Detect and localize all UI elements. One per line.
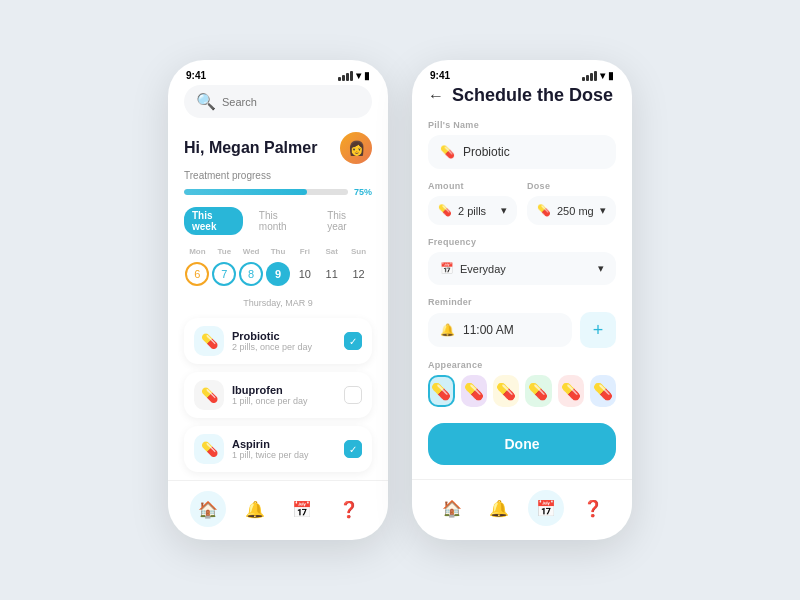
appearance-opt-5[interactable]: 💊: [558, 375, 584, 407]
cal-day-fri: Fri: [291, 247, 318, 256]
tab-this-month[interactable]: This month: [251, 207, 311, 235]
right-phone: 9:41 ▾ ▮ ← Schedule the Dose Pill's Name…: [412, 60, 632, 540]
ibuprofen-sub: 1 pill, once per day: [232, 396, 336, 406]
nav-calendar-left[interactable]: 📅: [284, 491, 320, 527]
cal-date-9[interactable]: 9: [266, 262, 290, 286]
time-left: 9:41: [186, 70, 206, 81]
treatment-label: Treatment progress: [184, 170, 372, 181]
probiotic-checkbox[interactable]: ✓: [344, 332, 362, 350]
cal-day-sun: Sun: [345, 247, 372, 256]
avatar: 👩: [340, 132, 372, 164]
home-icon-left: 🏠: [190, 491, 226, 527]
pill-name-field[interactable]: 💊: [428, 135, 616, 169]
back-row: ← Schedule the Dose: [428, 85, 616, 106]
amount-inner: 💊 2 pills: [438, 204, 486, 217]
cal-date-12[interactable]: 12: [347, 262, 371, 286]
reminder-row: 🔔 11:00 AM +: [428, 312, 616, 348]
done-button[interactable]: Done: [428, 423, 616, 465]
pill-name-icon: 💊: [440, 145, 455, 159]
reminder-bell-icon: 🔔: [440, 323, 455, 337]
wifi-icon-right: ▾: [600, 70, 605, 81]
search-bar[interactable]: 🔍: [184, 85, 372, 118]
dose-section: Dose 💊 250 mg ▾: [527, 181, 616, 225]
nav-home-left[interactable]: 🏠: [190, 491, 226, 527]
nav-calendar-right[interactable]: 📅: [528, 490, 564, 526]
amount-select[interactable]: 💊 2 pills ▾: [428, 196, 517, 225]
calendar-icon-left: 📅: [284, 491, 320, 527]
progress-track: [184, 189, 348, 195]
home-icon-right: 🏠: [434, 490, 470, 526]
cal-day-sat: Sat: [318, 247, 345, 256]
appearance-opt-2[interactable]: 💊: [461, 375, 487, 407]
probiotic-sub: 2 pills, once per day: [232, 342, 336, 352]
dose-label: Dose: [527, 181, 616, 191]
amount-chevron: ▾: [501, 204, 507, 217]
cal-day-mon: Mon: [184, 247, 211, 256]
add-reminder-button[interactable]: +: [580, 312, 616, 348]
cal-date-10[interactable]: 10: [293, 262, 317, 286]
reminder-field[interactable]: 🔔 11:00 AM: [428, 313, 572, 347]
ibuprofen-checkbox[interactable]: [344, 386, 362, 404]
signal-icon: [338, 71, 353, 81]
cal-day-thu: Thu: [265, 247, 292, 256]
nav-help-left[interactable]: ❓: [331, 491, 367, 527]
appearance-section: Appearance 💊 💊 💊 💊 💊 💊: [428, 360, 616, 407]
cal-date-6[interactable]: 6: [185, 262, 209, 286]
greeting-row: Hi, Megan Palmer 👩: [184, 132, 372, 164]
status-bar-right: 9:41 ▾ ▮: [412, 60, 632, 85]
med-card-aspirin: 💊 Aspirin 1 pill, twice per day ✓: [184, 426, 372, 472]
cal-day-wed: Wed: [238, 247, 265, 256]
dose-select[interactable]: 💊 250 mg ▾: [527, 196, 616, 225]
cal-date-7[interactable]: 7: [212, 262, 236, 286]
calendar-dates: 6 7 8 9 10 11 12: [184, 262, 372, 286]
pill-name-input[interactable]: [463, 145, 604, 159]
pill-name-label: Pill's Name: [428, 120, 616, 130]
tabs-row: This week This month This year: [184, 207, 372, 235]
calendar-header: Mon Tue Wed Thu Fri Sat Sun: [184, 247, 372, 256]
amount-label: Amount: [428, 181, 517, 191]
ibuprofen-name: Ibuprofen: [232, 384, 336, 396]
dose-chevron: ▾: [600, 204, 606, 217]
nav-help-right[interactable]: ❓: [575, 490, 611, 526]
search-input[interactable]: [222, 96, 360, 108]
tab-this-year[interactable]: This year: [319, 207, 372, 235]
bell-icon-left: 🔔: [237, 491, 273, 527]
tab-this-week[interactable]: This week: [184, 207, 243, 235]
appearance-opt-6[interactable]: 💊: [590, 375, 616, 407]
appearance-opt-3[interactable]: 💊: [493, 375, 519, 407]
frequency-select[interactable]: 📅 Everyday ▾: [428, 252, 616, 285]
amount-section: Amount 💊 2 pills ▾: [428, 181, 517, 225]
greeting-text: Hi, Megan Palmer: [184, 139, 317, 157]
bell-icon-right: 🔔: [481, 490, 517, 526]
aspirin-info: Aspirin 1 pill, twice per day: [232, 438, 336, 460]
frequency-section: Frequency 📅 Everyday ▾: [428, 237, 616, 285]
progress-fill: [184, 189, 307, 195]
battery-icon: ▮: [364, 70, 370, 81]
frequency-inner: 📅 Everyday: [440, 262, 506, 275]
calendar-icon-right: 📅: [528, 490, 564, 526]
dose-value: 250 mg: [557, 205, 594, 217]
battery-icon-right: ▮: [608, 70, 614, 81]
probiotic-info: Probiotic 2 pills, once per day: [232, 330, 336, 352]
ibuprofen-info: Ibuprofen 1 pill, once per day: [232, 384, 336, 406]
back-button[interactable]: ←: [428, 87, 444, 105]
time-right: 9:41: [430, 70, 450, 81]
aspirin-icon: 💊: [194, 434, 224, 464]
probiotic-icon: 💊: [194, 326, 224, 356]
search-icon: 🔍: [196, 92, 216, 111]
pill-name-section: Pill's Name 💊: [428, 120, 616, 169]
bottom-nav-right: 🏠 🔔 📅 ❓: [412, 479, 632, 540]
cal-date-8[interactable]: 8: [239, 262, 263, 286]
nav-bell-right[interactable]: 🔔: [481, 490, 517, 526]
help-icon-left: ❓: [331, 491, 367, 527]
amount-icon: 💊: [438, 204, 452, 217]
appearance-opt-1[interactable]: 💊: [428, 375, 455, 407]
appearance-opt-4[interactable]: 💊: [525, 375, 551, 407]
aspirin-checkbox[interactable]: ✓: [344, 440, 362, 458]
right-content: ← Schedule the Dose Pill's Name 💊 Amount…: [412, 85, 632, 479]
cal-date-11[interactable]: 11: [320, 262, 344, 286]
med-card-ibuprofen: 💊 Ibuprofen 1 pill, once per day: [184, 372, 372, 418]
ibuprofen-icon: 💊: [194, 380, 224, 410]
nav-home-right[interactable]: 🏠: [434, 490, 470, 526]
nav-bell-left[interactable]: 🔔: [237, 491, 273, 527]
